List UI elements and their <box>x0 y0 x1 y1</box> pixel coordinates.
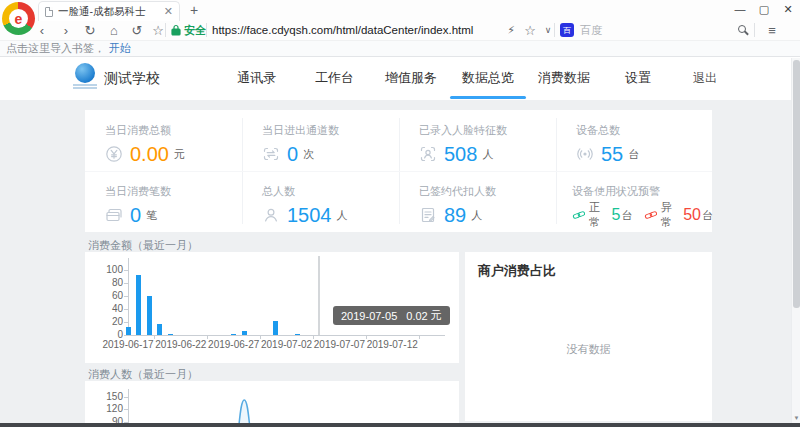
merchant-panel-title: 商户消费占比 <box>478 262 556 280</box>
forward-icon[interactable]: › <box>58 20 74 40</box>
restore-tab-icon[interactable]: ↺ <box>129 20 145 40</box>
tab-close-icon[interactable]: ✕ <box>164 6 173 17</box>
scrollbar-thumb[interactable] <box>793 60 800 308</box>
address-bar[interactable]: https://face.cdyqsh.com/html/dataCenter/… <box>212 20 473 40</box>
bar <box>147 296 152 335</box>
merchant-consumption-panel: 商户消费占比 没有数据 <box>465 252 712 421</box>
stat-total-people: 总人数 1504 人 <box>242 171 399 232</box>
tooltip-value: 0.02 <box>406 310 427 322</box>
nav-value-added-services[interactable]: 增值服务 <box>385 58 437 98</box>
abnormal-label: 异常 <box>661 200 680 230</box>
x-tick-label: 2019-06-27 <box>204 339 264 350</box>
page-scrollbar[interactable]: ▼ <box>791 58 800 423</box>
link-ok-icon <box>572 208 586 222</box>
stat-unit: 人 <box>337 208 348 223</box>
window-controls: — ▢ ✕ <box>728 0 800 20</box>
gate-icon <box>262 145 280 163</box>
nav-data-overview-active[interactable]: 数据总览 <box>462 58 514 98</box>
stat-value: 0 <box>287 143 298 166</box>
x-tick-label: 2019-07-07 <box>309 339 369 350</box>
y-tick-mark <box>124 296 128 297</box>
school-logo-icon <box>75 63 95 83</box>
home-icon[interactable]: ⌂ <box>106 20 122 40</box>
y-axis <box>128 258 129 335</box>
stat-value: 55 <box>601 143 623 166</box>
tooltip-unit: 元 <box>431 308 442 323</box>
y-tick-mark <box>124 270 128 271</box>
scrollbar-down-arrow[interactable]: ▼ <box>792 415 800 421</box>
nav-consumption-data[interactable]: 消费数据 <box>538 58 590 98</box>
normal-unit: 台 <box>621 208 632 223</box>
y-tick-label: 20 <box>85 317 123 327</box>
nav-workbench[interactable]: 工作台 <box>315 58 354 98</box>
site-header: 测试学校 通讯录 工作台 增值服务 数据总览 消费数据 设置 退出 <box>0 58 800 100</box>
search-icon[interactable] <box>738 25 746 33</box>
contract-icon <box>419 206 437 224</box>
reload-icon[interactable]: ↻ <box>82 20 98 40</box>
security-label: 安全 <box>184 20 206 40</box>
yuan-circle-icon <box>105 145 123 163</box>
toolbar-divider <box>165 23 166 37</box>
favorite-star-icon[interactable]: ☆ <box>522 20 538 40</box>
line-series <box>85 381 459 423</box>
line-chart-title: 消费人数（最近一月） <box>88 367 198 382</box>
x-tick-label: 2019-06-17 <box>98 339 158 350</box>
person-icon <box>262 206 280 224</box>
abnormal-value: 50 <box>683 206 701 224</box>
close-button[interactable]: ✕ <box>776 0 800 18</box>
x-tick-label: 2019-07-12 <box>362 339 422 350</box>
school-name: 测试学校 <box>104 58 160 100</box>
logout-link[interactable]: 退出 <box>693 58 717 98</box>
x-tick-label: 2019-07-02 <box>257 339 317 350</box>
new-tab-button[interactable]: + <box>190 2 198 18</box>
maximize-button[interactable]: ▢ <box>752 0 776 18</box>
browser-tab[interactable]: 一脸通-成都易科士 ✕ <box>38 1 180 21</box>
back-icon[interactable]: ‹ <box>34 20 50 40</box>
normal-value: 5 <box>611 206 620 224</box>
bar <box>157 324 162 335</box>
bar <box>126 327 131 335</box>
stat-daily-amount: 当日消费总额 0.00 元 <box>85 110 242 171</box>
lightning-icon[interactable]: ⚡ <box>503 20 519 40</box>
stat-signed-withholding: 已签约代扣人数 89 人 <box>399 171 556 232</box>
stat-unit: 人 <box>482 147 493 162</box>
nav-contacts[interactable]: 通讯录 <box>237 58 276 98</box>
consumption-amount-chart: 0204060801002019-06-172019-06-222019-06-… <box>85 252 459 363</box>
stat-unit: 次 <box>303 147 314 162</box>
y-tick-label: 40 <box>85 304 123 314</box>
y-tick-mark <box>124 397 128 398</box>
y-tick-label: 120 <box>85 404 123 414</box>
school-logo-caption <box>73 84 97 89</box>
normal-label: 正常 <box>589 200 608 230</box>
no-data-text: 没有数据 <box>465 342 712 357</box>
bar <box>136 275 141 335</box>
page-content: 测试学校 通讯录 工作台 增值服务 数据总览 消费数据 设置 退出 当日消费总额… <box>0 58 800 423</box>
stat-device-status-warning: 设备使用状况预警 正常 5 台 异常 50 台 <box>556 171 713 232</box>
bookmarks-hint: 点击这里导入书签， <box>6 41 105 56</box>
toolbar-divider <box>554 23 555 37</box>
stat-value: 89 <box>444 204 466 227</box>
y-tick-mark <box>124 335 128 336</box>
abnormal-unit: 台 <box>702 208 713 223</box>
browser-chrome: 一脸通-成都易科士 ✕ + — ▢ ✕ ‹ › ↻ ⌂ ↺ ☆ 安全 https… <box>0 0 800 40</box>
stat-unit: 笔 <box>146 208 157 223</box>
bookmarks-start-link[interactable]: 开始 <box>109 41 131 56</box>
card-icon <box>105 206 123 224</box>
y-tick-label: 60 <box>85 291 123 301</box>
search-box[interactable]: 百度 <box>580 20 602 40</box>
minimize-button[interactable]: — <box>728 0 752 18</box>
link-alert-icon <box>644 208 658 222</box>
toolbar-divider <box>754 23 755 37</box>
nav-settings[interactable]: 设置 <box>625 58 651 98</box>
line-chart-plot: 15012090 <box>85 381 459 423</box>
menu-icon[interactable]: ≡ <box>764 20 780 40</box>
bar <box>242 331 247 335</box>
browser-toolbar: ‹ › ↻ ⌂ ↺ ☆ 安全 https://face.cdyqsh.com/h… <box>0 20 800 40</box>
x-tick-label: 2019-06-22 <box>151 339 211 350</box>
bookmark-star-icon[interactable]: ☆ <box>150 20 166 40</box>
secure-lock-icon <box>171 24 181 36</box>
chart-tooltip: 2019-07-05 0.02 元 <box>333 306 450 325</box>
device-signal-icon <box>576 145 594 163</box>
active-nav-underline <box>450 96 526 99</box>
y-tick-mark <box>124 322 128 323</box>
